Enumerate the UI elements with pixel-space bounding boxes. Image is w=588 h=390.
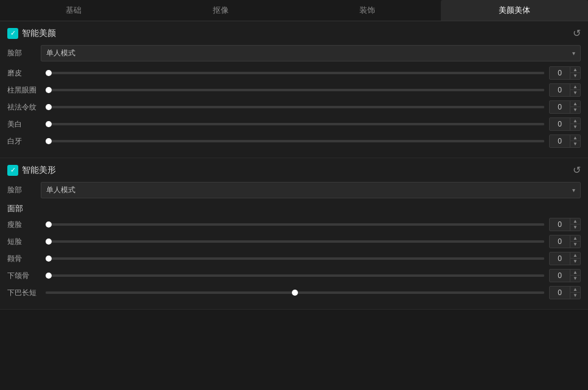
- beauty-shape-dropdown-label: 脸部: [7, 185, 41, 195]
- beauty-face-dropdown[interactable]: 单人模式 ▾: [41, 45, 581, 61]
- eye-slider[interactable]: [46, 89, 544, 91]
- teeth-value: 0: [550, 135, 570, 147]
- beauty-shape-dropdown-value: 单人模式: [46, 185, 75, 195]
- jaw-up[interactable]: ▲: [570, 270, 580, 276]
- beauty-shape-header: ✓ 智能美形 ↺: [7, 164, 581, 176]
- mobi-track: [46, 72, 544, 74]
- short-slider[interactable]: [46, 240, 544, 243]
- cheek-label: 颧骨: [7, 254, 41, 264]
- teeth-slider[interactable]: [46, 140, 544, 142]
- teeth-down[interactable]: ▼: [570, 141, 580, 147]
- tab-decoration[interactable]: 装饰: [294, 0, 441, 21]
- chin-thumb[interactable]: [292, 290, 298, 296]
- eye-thumb[interactable]: [46, 87, 52, 93]
- eye-number[interactable]: 0 ▲ ▼: [549, 83, 581, 97]
- whiten-down[interactable]: ▼: [570, 124, 580, 130]
- tab-keying[interactable]: 抠像: [147, 0, 294, 21]
- wrinkle-number[interactable]: 0 ▲ ▼: [549, 100, 581, 114]
- cheek-number[interactable]: 0 ▲ ▼: [549, 252, 581, 265]
- short-value: 0: [550, 235, 570, 248]
- thin-down[interactable]: ▼: [570, 225, 580, 231]
- wrinkle-thumb[interactable]: [46, 104, 52, 110]
- thin-track: [46, 223, 544, 226]
- teeth-up[interactable]: ▲: [570, 135, 580, 141]
- wrinkle-track: [46, 106, 544, 108]
- chin-up[interactable]: ▲: [570, 287, 580, 293]
- beauty-shape-dropdown[interactable]: 单人模式 ▾: [41, 182, 581, 198]
- short-down[interactable]: ▼: [570, 242, 580, 248]
- whiten-thumb[interactable]: [46, 121, 52, 127]
- jaw-thumb[interactable]: [46, 273, 52, 279]
- wrinkle-down[interactable]: ▼: [570, 107, 580, 113]
- eye-arrows: ▲ ▼: [570, 84, 580, 96]
- mobi-up[interactable]: ▲: [570, 67, 580, 73]
- beauty-shape-section: ✓ 智能美形 ↺ 脸部 单人模式 ▾ 面部 瘦脸 0 ▲ ▼ 短脸: [0, 158, 588, 310]
- whiten-arrows: ▲ ▼: [570, 118, 580, 130]
- teeth-track: [46, 140, 544, 142]
- whiten-track: [46, 123, 544, 125]
- beauty-shape-header-left: ✓ 智能美形: [7, 165, 56, 176]
- beauty-shape-reset[interactable]: ↺: [573, 164, 581, 176]
- cheek-arrows: ▲ ▼: [570, 252, 580, 265]
- mobi-label: 磨皮: [7, 68, 41, 78]
- eye-track: [46, 89, 544, 91]
- slider-row-wrinkle: 祛法令纹 0 ▲ ▼: [7, 100, 581, 114]
- whiten-up[interactable]: ▲: [570, 118, 580, 124]
- short-up[interactable]: ▲: [570, 235, 580, 242]
- thin-thumb[interactable]: [46, 221, 52, 228]
- cheek-up[interactable]: ▲: [570, 252, 580, 259]
- teeth-thumb[interactable]: [46, 138, 52, 144]
- top-tabs: 基础 抠像 装饰 美颜美体: [0, 0, 588, 21]
- thin-slider[interactable]: [46, 223, 544, 226]
- teeth-number[interactable]: 0 ▲ ▼: [549, 134, 581, 148]
- beauty-shape-check[interactable]: ✓: [7, 165, 18, 176]
- chin-number[interactable]: 0 ▲ ▼: [549, 286, 581, 299]
- eye-value: 0: [550, 84, 570, 96]
- short-label: 短脸: [7, 237, 41, 247]
- beauty-face-reset[interactable]: ↺: [573, 27, 581, 39]
- beauty-face-dropdown-row: 脸部 单人模式 ▾: [7, 45, 581, 61]
- jaw-label: 下颌骨: [7, 271, 41, 281]
- whiten-slider[interactable]: [46, 123, 544, 125]
- slider-row-chin: 下巴长短 0 ▲ ▼: [7, 286, 581, 299]
- thin-up[interactable]: ▲: [570, 218, 580, 225]
- eye-up[interactable]: ▲: [570, 84, 580, 90]
- cheek-down[interactable]: ▼: [570, 259, 580, 265]
- mobi-slider[interactable]: [46, 72, 544, 74]
- cheek-thumb[interactable]: [46, 256, 52, 262]
- short-number[interactable]: 0 ▲ ▼: [549, 235, 581, 248]
- slider-row-short: 短脸 0 ▲ ▼: [7, 235, 581, 248]
- eye-label: 柱黑眼圈: [7, 85, 41, 96]
- wrinkle-slider[interactable]: [46, 106, 544, 108]
- chin-down[interactable]: ▼: [570, 293, 580, 299]
- chevron-down-icon-2: ▾: [572, 187, 575, 193]
- slider-row-thin: 瘦脸 0 ▲ ▼: [7, 218, 581, 231]
- chin-slider[interactable]: [46, 291, 544, 294]
- jaw-value: 0: [550, 270, 570, 282]
- face-sub-title: 面部: [7, 203, 581, 214]
- jaw-down[interactable]: ▼: [570, 276, 580, 282]
- wrinkle-label: 祛法令纹: [7, 102, 41, 113]
- wrinkle-up[interactable]: ▲: [570, 101, 580, 107]
- jaw-number[interactable]: 0 ▲ ▼: [549, 269, 581, 282]
- eye-down[interactable]: ▼: [570, 90, 580, 96]
- slider-row-jaw: 下颌骨 0 ▲ ▼: [7, 269, 581, 282]
- jaw-track: [46, 274, 544, 277]
- wrinkle-arrows: ▲ ▼: [570, 101, 580, 113]
- mobi-down[interactable]: ▼: [570, 73, 580, 79]
- beauty-face-check[interactable]: ✓: [7, 28, 18, 39]
- whiten-number[interactable]: 0 ▲ ▼: [549, 117, 581, 131]
- tab-basic[interactable]: 基础: [0, 0, 147, 21]
- slider-row-whiten: 美白 0 ▲ ▼: [7, 117, 581, 131]
- thin-number[interactable]: 0 ▲ ▼: [549, 218, 581, 231]
- mobi-number[interactable]: 0 ▲ ▼: [549, 66, 581, 80]
- thin-value: 0: [550, 218, 570, 231]
- cheek-slider[interactable]: [46, 257, 544, 260]
- jaw-slider[interactable]: [46, 274, 544, 277]
- tab-beauty[interactable]: 美颜美体: [441, 0, 588, 21]
- jaw-arrows: ▲ ▼: [570, 270, 580, 282]
- short-thumb[interactable]: [46, 239, 52, 245]
- short-arrows: ▲ ▼: [570, 235, 580, 248]
- beauty-face-header-left: ✓ 智能美颜: [7, 28, 56, 39]
- mobi-thumb[interactable]: [46, 70, 52, 76]
